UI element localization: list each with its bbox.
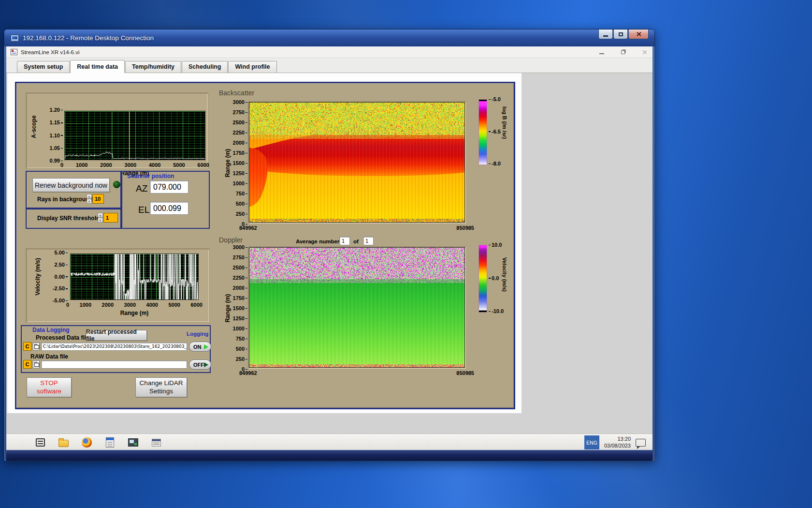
app-close-button[interactable] (641, 49, 648, 56)
ascope-plot (64, 111, 205, 160)
axis-tick: 5000 (168, 302, 180, 308)
axis-tick: 1500 (233, 306, 247, 311)
clock-time: 13:20 (617, 436, 631, 442)
axis-tick: 1.15 (50, 120, 63, 125)
axis-tick: 1500 (233, 161, 247, 166)
velocity-graph: Velocity (m/s) 5.002.500.00-2.50-5.00 01… (26, 248, 210, 323)
remote-desktop-icon (11, 35, 19, 42)
axis-tick: 2.50 (55, 262, 68, 268)
led-off-icon (204, 362, 208, 367)
axis-tick: 3000 (233, 100, 247, 105)
rdp-title: 192.168.0.122 - Remote Desktop Connectio… (23, 34, 154, 42)
change-lidar-settings-button[interactable]: Change LiDAR Settings (135, 377, 187, 397)
rays-spinner[interactable]: ▲▼ (87, 194, 92, 203)
tab[interactable]: Scheduling (182, 61, 228, 73)
data-logging-title: Data Logging (32, 327, 70, 333)
axis-tick: 1750 (233, 150, 247, 156)
maximize-icon (619, 32, 623, 36)
axis-tick: 2000 (233, 285, 247, 291)
app-restore-button[interactable] (620, 49, 626, 56)
restart-processed-file-button[interactable]: Restart processed file (86, 330, 147, 341)
axis-tick: 6000 (190, 302, 202, 308)
rays-value-field[interactable]: 10 (92, 194, 104, 204)
time-end: 850985 (456, 225, 474, 231)
doppler-colorbar (478, 245, 487, 313)
renew-background-button[interactable]: Renew background now (32, 178, 110, 192)
axis-tick: 2000 (102, 302, 114, 308)
browse-icon[interactable] (33, 360, 40, 368)
raw-logging-toggle[interactable]: OFF (189, 359, 211, 370)
language-indicator[interactable]: ENG (584, 435, 599, 449)
backscatter-colorbar-label: log B (/m /sr) (502, 106, 508, 139)
axis-tick: 1250 (233, 316, 247, 321)
velocity-ylabel: Velocity (m/s) (34, 258, 41, 295)
folder-icon (58, 440, 69, 447)
taskbar-firefox-button[interactable] (81, 436, 92, 449)
snr-value-field[interactable]: 1 (103, 213, 118, 223)
axis-tick: 1.05 (50, 146, 63, 151)
colorbar-tick: -8.0 (489, 161, 501, 166)
minimize-icon (603, 35, 608, 37)
colorbar-tick: -5.0 (489, 97, 501, 102)
time-start: 849962 (239, 225, 257, 231)
axis-tick: 0 (66, 302, 69, 308)
rdp-minimize-button[interactable] (598, 30, 613, 39)
backscatter-heatmap (249, 102, 465, 223)
ascope-graph: A-scope 1.201.151.101.050.99 01000200030… (26, 92, 208, 169)
az-value-field[interactable]: 079.000 (150, 180, 188, 194)
axis-tick: 4000 (149, 163, 160, 168)
processed-path-field[interactable]: C:\Lidar\Data\Proc\2023\202308\20230803\… (41, 343, 187, 351)
el-value-field[interactable]: 000.099 (150, 202, 188, 215)
axis-tick: 2500 (233, 120, 247, 125)
browse-icon[interactable] (33, 343, 40, 350)
doppler-frame (248, 246, 466, 369)
stop-software-button[interactable]: STOP software (27, 377, 72, 397)
colorbar-tick: 10.0 (489, 242, 504, 248)
tab[interactable]: Real time data (70, 60, 125, 73)
backscatter-colorbar (478, 99, 487, 165)
document-icon (106, 437, 114, 448)
app-icon (11, 49, 17, 55)
raw-path-field[interactable] (41, 360, 187, 369)
graph-cursor[interactable] (129, 111, 130, 160)
average-total-field[interactable]: 1 (363, 237, 374, 245)
axis-tick: 500 (236, 346, 247, 352)
taskbar-clock[interactable]: 13:20 03/08/2023 (604, 436, 631, 448)
tab[interactable]: Temp/humidity (125, 61, 181, 73)
taskbar-document-button[interactable] (104, 436, 116, 449)
snr-spinner[interactable]: ▲▼ (98, 213, 103, 222)
processed-drive-selector[interactable]: C (23, 342, 31, 351)
rays-label: Rays in background (37, 196, 93, 203)
el-label: EL (138, 205, 149, 215)
velocity-yticks: 5.002.500.00-2.50-5.00 (43, 250, 68, 303)
time-end: 850985 (456, 371, 474, 376)
change-line2: Settings (149, 388, 173, 396)
rdp-close-button[interactable] (628, 30, 649, 39)
scanner-position-title: Scanner position (127, 173, 174, 179)
taskbar-streamline-button[interactable] (127, 436, 139, 449)
snr-label: Display SNR threshold (37, 215, 100, 222)
average-number-field[interactable]: 1 (339, 237, 350, 245)
stop-line2: software (37, 388, 61, 396)
raw-drive-selector[interactable]: C (23, 360, 31, 369)
taskbar-scan-scheduler-button[interactable] (150, 436, 162, 449)
taskbar-task-view-button[interactable] (34, 436, 46, 449)
tab[interactable]: Wind profile (228, 61, 276, 73)
rdp-titlebar[interactable]: 192.168.0.122 - Remote Desktop Connectio… (4, 30, 654, 46)
axis-tick: 1.10 (50, 133, 63, 138)
axis-tick: 5.00 (55, 250, 68, 255)
app-minimize-button[interactable] (598, 49, 605, 56)
axis-tick: 1250 (233, 171, 247, 176)
doppler-xlabels: 849962 850985 (239, 371, 474, 376)
app-titlebar[interactable]: StreamLine XR v14-6.vi (6, 46, 652, 58)
rdp-maximize-button[interactable] (613, 30, 628, 39)
change-line1: Change LiDAR (139, 379, 183, 388)
processed-logging-toggle[interactable]: ON (189, 342, 211, 352)
notification-bubble-icon[interactable] (636, 439, 646, 447)
time-start: 849962 (239, 371, 257, 376)
velocity-xlabel: Range (m) (70, 310, 199, 316)
close-icon (642, 50, 647, 55)
doppler-colorbar-label: Velocity (m/s) (502, 257, 508, 292)
tab[interactable]: System setup (17, 61, 70, 73)
taskbar-file-explorer-button[interactable] (58, 436, 69, 449)
